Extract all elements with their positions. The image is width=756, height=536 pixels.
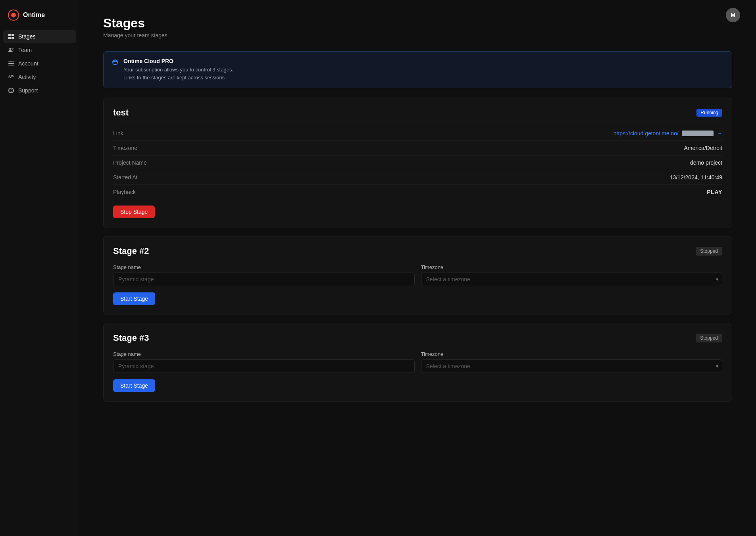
sidebar-item-label: Stages [18,33,36,40]
stage-card-3: Stage #3 Stopped Stage name Timezone Sel… [103,323,732,402]
svg-rect-2 [8,34,11,36]
status-badge: Stopped [696,334,722,342]
account-icon [8,60,14,67]
svg-rect-5 [12,37,14,39]
svg-point-6 [10,48,12,50]
info-banner: Ontime Cloud PRO Your subscription allow… [103,51,732,88]
table-row: Started At 13/12/2024, 11:40:49 [113,170,722,185]
stage-name-input[interactable] [113,359,415,373]
form-group-name: Stage name [113,264,415,286]
svg-rect-8 [8,61,14,62]
label-project: Project Name [113,156,169,170]
activity-icon [8,74,14,80]
stage-title: Stage #2 [113,246,149,256]
sidebar-item-activity[interactable]: Activity [3,71,76,83]
table-row: Playback PLAY [113,185,722,200]
label-playback: Playback [113,185,169,200]
sidebar-item-label: Account [18,60,38,67]
timezone-value: America/Detroit [169,141,722,156]
stages-icon [8,33,14,40]
timezone-select[interactable]: Select a timezone [421,273,723,286]
arrow-icon: → [717,130,722,136]
sidebar-item-stages[interactable]: Stages [3,30,76,43]
main-content: M Stages Manage your team stages Ontime … [79,0,756,536]
table-row: Timezone America/Detroit [113,141,722,156]
status-badge: Running [696,109,722,117]
banner-icon [112,59,119,67]
sidebar-item-support[interactable]: Support [3,84,76,97]
start-stage-button[interactable]: Start Stage [113,379,155,392]
page-title: Stages [103,16,732,31]
svg-rect-9 [8,63,14,64]
banner-content: Ontime Cloud PRO Your subscription allow… [123,58,233,81]
start-stage-button[interactable]: Start Stage [113,292,155,305]
page-header: Stages Manage your team stages [103,16,732,38]
sidebar-item-label: Team [18,47,32,53]
stage-name-label: Stage name [113,351,415,357]
stage-form: Stage name Timezone Select a timezone ▾ [113,351,722,373]
timezone-label: Timezone [421,264,723,270]
stop-stage-button[interactable]: Stop Stage [113,206,155,218]
form-group-timezone: Timezone Select a timezone ▾ [421,351,723,373]
project-value: demo project [169,156,722,170]
table-row: Project Name demo project [113,156,722,170]
started-value: 13/12/2024, 11:40:49 [169,170,722,185]
redacted-portion [682,131,714,136]
stage-name-label: Stage name [113,264,415,270]
stage-title: test [113,108,129,118]
link-value: https://cloud.getontime.no/ → [169,126,722,141]
stage-card-test: test Running Link https://cloud.getontim… [103,98,732,228]
team-icon [8,47,14,53]
timezone-label: Timezone [421,351,723,357]
timezone-select-wrapper: Select a timezone ▾ [421,359,723,373]
sidebar-item-label: Support [18,87,38,94]
svg-rect-10 [8,65,14,65]
sidebar-item-label: Activity [18,74,36,80]
label-started: Started At [113,170,169,185]
banner-line1: Your subscription allows you to control … [123,66,233,74]
app-name: Ontime [23,12,45,19]
svg-rect-3 [12,34,14,36]
stage-card-header: Stage #3 Stopped [113,333,722,343]
sidebar-header: Ontime [0,6,79,30]
banner-title: Ontime Cloud PRO [123,58,233,64]
form-group-timezone: Timezone Select a timezone ▾ [421,264,723,286]
stage-name-input[interactable] [113,273,415,286]
playback-value: PLAY [169,185,722,200]
stage-form: Stage name Timezone Select a timezone ▾ [113,264,722,286]
timezone-select-wrapper: Select a timezone ▾ [421,273,723,286]
label-link: Link [113,126,169,141]
status-badge: Stopped [696,247,722,256]
sidebar: Ontime Stages [0,0,79,536]
user-avatar[interactable]: M [726,8,740,22]
form-group-name: Stage name [113,351,415,373]
stage-card-2: Stage #2 Stopped Stage name Timezone Sel… [103,236,732,315]
label-timezone: Timezone [113,141,169,156]
timezone-select[interactable]: Select a timezone [421,359,723,373]
page-subtitle: Manage your team stages [103,32,732,38]
banner-line2: Links to the stages are kept across sess… [123,74,233,82]
stage-title: Stage #3 [113,333,149,343]
sidebar-nav: Stages Team Account [0,30,79,97]
app-logo [8,10,19,21]
svg-point-7 [12,48,13,50]
stage-info-table: Link https://cloud.getontime.no/ → Timez… [113,126,722,199]
table-row: Link https://cloud.getontime.no/ → [113,126,722,141]
svg-point-1 [11,13,16,17]
stage-card-header: test Running [113,108,722,118]
svg-rect-4 [8,37,11,39]
support-icon [8,87,14,94]
stage-link[interactable]: https://cloud.getontime.no/ → [169,130,722,136]
sidebar-item-account[interactable]: Account [3,57,76,70]
stage-card-header: Stage #2 Stopped [113,246,722,256]
sidebar-item-team[interactable]: Team [3,44,76,56]
